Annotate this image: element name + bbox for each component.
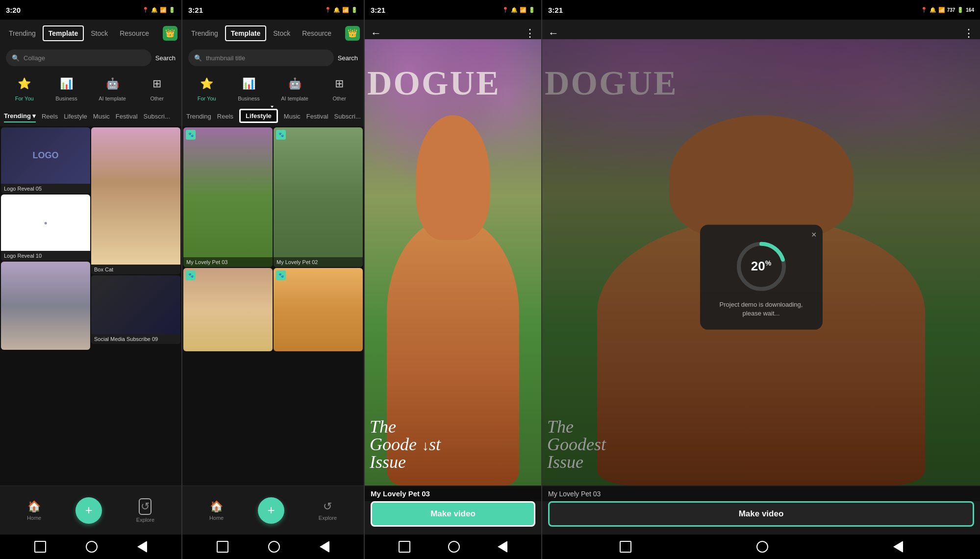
bottom-nav-1: 🏠 Home + ↺ Explore xyxy=(0,486,181,535)
signal-count-4: 737 xyxy=(947,7,955,13)
grid-item-kittens[interactable]: 🐾 xyxy=(183,268,273,351)
sys-circle-4[interactable] xyxy=(756,541,768,553)
search-icon-1: 🔍 xyxy=(12,54,20,62)
search-bar-2: 🔍 thumbnail title Search xyxy=(182,47,364,69)
category-label-for-you-2: For You xyxy=(198,96,216,101)
search-button-2[interactable]: Search xyxy=(338,54,358,62)
nav-tab-template-1[interactable]: Template xyxy=(43,25,84,41)
grid-label-subscribe: Social Media Subscribe 09 xyxy=(91,334,180,344)
bottom-home-2[interactable]: 🏠 Home xyxy=(209,500,224,521)
filter-reels-2[interactable]: Reels xyxy=(217,111,233,122)
search-input-1[interactable]: 🔍 Collage xyxy=(6,49,151,66)
sys-circle-2[interactable] xyxy=(268,541,280,553)
filter-lifestyle-2[interactable]: Lifestyle xyxy=(239,110,278,122)
sys-bar-2 xyxy=(182,535,364,559)
filter-music-2[interactable]: Music xyxy=(284,111,301,122)
filter-trending-2[interactable]: Trending xyxy=(186,111,211,122)
category-for-you-1[interactable]: ⭐ For You xyxy=(15,74,34,101)
filter-music-1[interactable]: Music xyxy=(93,111,110,122)
nav-tab-template-2[interactable]: Template xyxy=(225,25,266,41)
crown-icon-2[interactable]: 👑 xyxy=(345,26,360,41)
bottom-explore-1[interactable]: ↺ Explore xyxy=(136,498,154,523)
category-business-2[interactable]: 📊 Business xyxy=(238,74,260,101)
sys-back-2[interactable] xyxy=(320,541,329,553)
time-2: 3:21 xyxy=(188,6,203,14)
sys-back-3[interactable] xyxy=(498,541,507,553)
grid-item-logo-reveal-05[interactable]: LOGO Logo Reveal 05 xyxy=(1,127,90,194)
time-1: 3:20 xyxy=(6,6,21,14)
panel4-bottom: My Lovely Pet 03 Make video xyxy=(542,486,980,535)
sys-square-4[interactable] xyxy=(620,541,631,553)
home-icon-1: 🏠 xyxy=(27,500,41,513)
nav-tab-stock-2[interactable]: Stock xyxy=(268,26,295,40)
status-icons-3: 📍 🔔 📶 🔋 xyxy=(502,7,535,13)
grid-col-1-a: LOGO Logo Reveal 05 ● Logo Reveal 10 xyxy=(1,127,90,485)
grid-item-social-subscribe[interactable]: Social Media Subscribe 09 xyxy=(91,275,180,344)
category-business-1[interactable]: 📊 Business xyxy=(55,74,77,101)
status-icons-4: 📍 🔔 📶 737 🔋 164 xyxy=(921,7,974,13)
nav-tab-trending-2[interactable]: Trending xyxy=(186,26,223,40)
filter-festival-2[interactable]: Festival xyxy=(306,111,328,122)
grid-item-orange-cat[interactable]: 🐾 xyxy=(274,268,363,351)
filter-reels-1[interactable]: Reels xyxy=(42,111,58,122)
category-other-2[interactable]: ⊞ Other xyxy=(329,74,349,101)
back-arrow-3[interactable]: ← xyxy=(371,27,381,40)
crown-icon-1[interactable]: 👑 xyxy=(163,26,177,41)
nav-tab-trending-1[interactable]: Trending xyxy=(4,26,41,40)
filter-subscri-1[interactable]: Subscri... xyxy=(144,111,170,122)
nav-tab-resource-1[interactable]: Resource xyxy=(115,26,154,40)
battery-icon-3: 🔋 xyxy=(528,7,535,13)
top-nav-2: Trending Template Stock Resource 👑 xyxy=(182,20,364,47)
filter-trending-1[interactable]: Trending ▾ xyxy=(4,110,36,122)
grid-col-2-b: 🐾 My Lovely Pet 02 🐾 xyxy=(274,127,363,485)
back-arrow-4[interactable]: ← xyxy=(548,27,559,40)
badge-pet-02: 🐾 xyxy=(276,130,286,140)
sys-circle-3[interactable] xyxy=(448,541,460,553)
make-video-btn-4[interactable]: Make video xyxy=(548,501,974,527)
sys-back-4[interactable] xyxy=(893,541,903,553)
nav-tabs-1: Trending Template Stock Resource xyxy=(4,25,154,41)
make-video-btn-3[interactable]: Make video xyxy=(371,501,535,527)
caption-arrow-3: ↓ xyxy=(422,439,429,453)
magazine-title-3: DOGUE xyxy=(367,64,501,103)
business-icon-2: 📊 xyxy=(239,74,258,94)
filter-subscri-2[interactable]: Subscri... xyxy=(334,111,361,122)
sys-square-2[interactable] xyxy=(217,541,228,553)
category-ai-2[interactable]: 🤖 AI template xyxy=(281,74,308,101)
category-other-1[interactable]: ⊞ Other xyxy=(147,74,167,101)
nav-tab-resource-2[interactable]: Resource xyxy=(297,26,336,40)
project-name-4: My Lovely Pet 03 xyxy=(548,490,601,498)
grid-item-my-lovely-pet-03[interactable]: 🐾 My Lovely Pet 03 xyxy=(183,127,273,267)
star-icon-2: ⭐ xyxy=(197,74,217,94)
three-dots-4[interactable]: ⋮ xyxy=(963,27,974,40)
bottom-fab-2[interactable]: + xyxy=(258,497,284,524)
bottom-fab-1[interactable]: + xyxy=(75,497,102,524)
sys-square-3[interactable] xyxy=(399,541,410,553)
close-overlay-btn[interactable]: × xyxy=(811,229,817,240)
grid-item-logo-reveal-10[interactable]: ● Logo Reveal 10 xyxy=(1,194,90,261)
status-bar-4: 3:21 📍 🔔 📶 737 🔋 164 xyxy=(542,0,980,20)
nav-tab-stock-1[interactable]: Stock xyxy=(86,26,113,40)
sys-square-1[interactable] xyxy=(34,541,46,553)
grid-item-box-cat[interactable]: Box Cat xyxy=(91,127,180,274)
category-for-you-2[interactable]: ⭐ For You xyxy=(197,74,217,101)
grid-item-my-lovely-pet-02[interactable]: 🐾 My Lovely Pet 02 xyxy=(274,127,363,267)
bottom-home-1[interactable]: 🏠 Home xyxy=(27,500,41,521)
bottom-explore-2[interactable]: ↺ Explore xyxy=(319,500,337,521)
search-button-1[interactable]: Search xyxy=(155,54,176,62)
location-icon-4: 📍 xyxy=(921,7,928,13)
sys-circle-1[interactable] xyxy=(86,541,98,553)
caption-line2-3: Goode ↓st xyxy=(370,436,441,453)
sys-back-1[interactable] xyxy=(137,541,147,553)
filter-festival-1[interactable]: Festival xyxy=(116,111,138,122)
bell-icon-2: 🔔 xyxy=(333,7,340,13)
grid-item-husky[interactable] xyxy=(1,262,90,350)
panel3-topbar: ← ⋮ xyxy=(365,20,541,47)
filter-lifestyle-1[interactable]: Lifestyle xyxy=(64,111,87,122)
location-icon-3: 📍 xyxy=(502,7,509,13)
three-dots-3[interactable]: ⋮ xyxy=(525,27,535,40)
wifi-icon-3: 📶 xyxy=(520,7,527,13)
search-input-2[interactable]: 🔍 thumbnail title xyxy=(188,49,334,66)
category-ai-1[interactable]: 🤖 AI template xyxy=(99,74,126,101)
battery-count-4: 164 xyxy=(966,7,974,13)
